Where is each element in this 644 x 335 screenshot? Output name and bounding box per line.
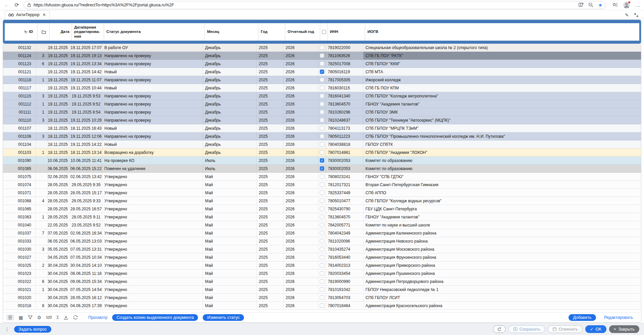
cell-edited[interactable]: 28.05.2025 16:57 (70, 205, 102, 213)
cell-attachments[interactable] (36, 181, 48, 189)
cell-report-year[interactable]: 2026 (284, 108, 318, 116)
tab-close-icon[interactable]: ✕ (43, 12, 46, 17)
cell-date[interactable]: 19.11.2025 (48, 108, 70, 116)
row-checkbox[interactable] (320, 247, 324, 251)
cell-report-year[interactable]: 2026 (284, 294, 318, 301)
row-checkbox[interactable]: ✓ (320, 70, 324, 74)
cell-iogv[interactable]: Администрация Московского района (363, 245, 641, 253)
cell-month[interactable]: Май (203, 237, 257, 245)
cell-attachments[interactable]: 4 (36, 197, 48, 205)
cell-checkbox[interactable] (318, 124, 326, 132)
cell-status[interactable]: Утверждено (102, 253, 203, 261)
cell-report-year[interactable]: 2026 (284, 92, 318, 100)
column-header-attachments[interactable] (38, 23, 50, 41)
row-checkbox[interactable] (320, 45, 324, 50)
row-checkbox[interactable]: ✓ (320, 166, 324, 171)
column-header-inn[interactable]: ИНН (328, 23, 365, 41)
cell-inn[interactable]: 7805010477 (326, 197, 363, 205)
cell-status[interactable]: Утверждено (102, 278, 203, 285)
cell-date[interactable]: 22.05.2025 (48, 221, 70, 229)
cell-edited[interactable]: 02.06.2025 16:34 (70, 229, 102, 237)
cell-id[interactable]: 001107 (3, 124, 36, 132)
cell-checkbox[interactable] (318, 197, 326, 205)
cell-month[interactable]: Декабрь (203, 76, 257, 84)
cell-edited[interactable]: 19.11.2025 14:42 (70, 68, 102, 76)
cell-report-year[interactable]: 2026 (284, 76, 318, 84)
sum-icon[interactable]: Σ (56, 315, 59, 320)
cell-id[interactable]: 001075 (3, 173, 36, 180)
cell-month[interactable]: Декабрь (203, 44, 257, 51)
cell-attachments[interactable]: 3 (36, 116, 48, 124)
cell-year[interactable]: 2025 (257, 76, 284, 84)
table-row[interactable]: 00109010.06.202510.06.2025 11:41На прове… (3, 157, 641, 165)
cell-status[interactable]: Утверждено (102, 197, 203, 205)
cell-status[interactable]: Направлено на проверку (102, 100, 203, 108)
cell-inn[interactable]: 7805011223 (326, 132, 363, 140)
cell-checkbox[interactable] (318, 237, 326, 245)
table-row[interactable]: 00112119.11.202519.11.2025 14:42НовыйДек… (3, 68, 641, 76)
settings-gear-icon[interactable]: ⚙ (37, 315, 42, 320)
exit-fullscreen-icon[interactable] (634, 13, 639, 17)
cell-month[interactable]: Декабрь (203, 100, 257, 108)
table-row[interactable]: 00104022.05.202523.05.2025 9:52Утвержден… (3, 221, 641, 229)
cell-status[interactable]: В работе ОУ (102, 44, 203, 51)
cell-status[interactable]: Утверждено (102, 245, 203, 253)
cell-report-year[interactable]: 2026 (284, 68, 318, 76)
cell-id[interactable]: 001074 (3, 181, 36, 189)
cell-date[interactable]: 18.11.2025 (48, 124, 70, 132)
row-checkbox[interactable] (320, 150, 324, 155)
cell-status[interactable]: Направлено на проверку (102, 116, 203, 124)
cell-report-year[interactable]: 2026 (284, 245, 318, 253)
cell-iogv[interactable]: ГБПОУ Некрасовский педколледж № 1 (363, 286, 641, 293)
cell-date[interactable]: 19.11.2025 (48, 44, 70, 51)
cell-checkbox[interactable] (318, 245, 326, 253)
cell-month[interactable]: Май (203, 278, 257, 285)
cell-id[interactable]: 001023 (3, 269, 36, 277)
cell-edited[interactable]: 19.11.2025 8:54 (70, 108, 102, 116)
row-checkbox[interactable] (320, 134, 324, 138)
cell-checkbox[interactable] (318, 205, 326, 213)
cell-year[interactable]: 2025 (257, 157, 284, 164)
cell-report-year[interactable]: 2026 (284, 124, 318, 132)
cell-iogv[interactable]: Комитет по образованию (363, 157, 641, 164)
zoom-out-icon[interactable] (588, 2, 593, 7)
cell-edited[interactable]: 28.05.2025 9:11 (70, 213, 102, 221)
table-row[interactable]: 00103306.05.202506.05.2025 13:03Утвержде… (3, 237, 641, 245)
row-checkbox[interactable] (320, 61, 324, 66)
cell-checkbox[interactable] (318, 92, 326, 100)
cell-attachments[interactable]: 7 (36, 229, 48, 237)
cell-report-year[interactable]: 2026 (284, 269, 318, 277)
cell-date[interactable]: 07.05.2025 (48, 229, 70, 237)
collections-icon[interactable] (612, 2, 618, 7)
cell-inn[interactable]: 7819000990 (326, 278, 363, 285)
cell-edited[interactable]: 10.06.2025 11:41 (70, 157, 102, 164)
cell-edited[interactable]: 30.04.2025 14:10 (70, 261, 102, 269)
row-checkbox[interactable] (320, 102, 324, 106)
cell-id[interactable]: 001018 (3, 302, 36, 309)
cell-date[interactable]: 04.05.2025 (48, 253, 70, 261)
cell-month[interactable]: Май (203, 181, 257, 189)
row-checkbox[interactable] (320, 110, 324, 114)
cell-checkbox[interactable] (318, 229, 326, 237)
table-row[interactable]: 00111719.11.202519.11.2025 10:44НовыйДек… (3, 84, 641, 92)
cell-id[interactable]: 001065 (3, 205, 36, 213)
cell-edited[interactable]: 07.05.2025 13:31 (70, 245, 102, 253)
row-checkbox[interactable] (320, 295, 324, 300)
change-status-button[interactable]: Изменить статус (203, 314, 244, 321)
cell-inn[interactable]: 7816041340 (326, 92, 363, 100)
cell-edited[interactable]: 19.11.2025 11:07 (70, 76, 102, 84)
column-header-id[interactable]: ID (5, 23, 38, 41)
cell-report-year[interactable]: 2026 (284, 286, 318, 293)
table-row[interactable]: 001037707.05.202502.06.2025 16:34Утвержд… (3, 229, 641, 237)
cell-inn[interactable]: 7817005305 (326, 76, 363, 84)
cell-status[interactable]: Направлено на проверку (102, 108, 203, 116)
filter-icon[interactable] (28, 315, 33, 320)
row-checkbox[interactable]: ✓ (320, 158, 324, 163)
cell-report-year[interactable]: 2026 (284, 278, 318, 285)
cell-iogv[interactable]: Вторая Санкт-Петербургская Гимназия (363, 181, 641, 189)
split-screen-icon[interactable] (579, 2, 584, 7)
cell-status[interactable]: Утверждено (102, 286, 203, 293)
cell-edited[interactable]: 06.05.2025 13:03 (70, 237, 102, 245)
cell-attachments[interactable] (36, 294, 48, 301)
cell-month[interactable]: Май (203, 302, 257, 309)
